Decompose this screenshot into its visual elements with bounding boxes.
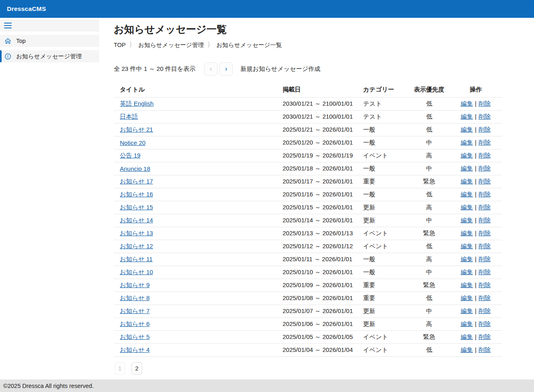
- notice-title-link[interactable]: お知らせ 12: [120, 243, 153, 249]
- notice-priority: 緊急: [409, 175, 449, 188]
- notice-title-link[interactable]: お知らせ 11: [120, 256, 153, 262]
- edit-link[interactable]: 編集: [461, 333, 473, 340]
- delete-link[interactable]: 削除: [479, 243, 491, 249]
- main-content: お知らせメッセージ一覧 TOP 〉 お知らせメッセージ管理 〉 お知らせメッセー…: [99, 18, 534, 379]
- notice-title-link[interactable]: お知らせ 8: [120, 294, 150, 301]
- breadcrumb-separator-icon: 〉: [207, 40, 213, 50]
- breadcrumb-item-top[interactable]: TOP: [114, 42, 126, 48]
- table-row: お知らせ 17 2025/01/17 ～ 2026/01/01 重要 緊急 編集…: [114, 175, 502, 188]
- link-separator: |: [475, 230, 477, 236]
- edit-link[interactable]: 編集: [461, 346, 473, 353]
- notice-title-link[interactable]: お知らせ 21: [120, 126, 153, 133]
- notice-title-link[interactable]: お知らせ 6: [120, 320, 150, 327]
- prev-page-button[interactable]: ‹: [204, 62, 217, 76]
- edit-link[interactable]: 編集: [461, 217, 473, 224]
- delete-link[interactable]: 削除: [479, 113, 491, 120]
- edit-link[interactable]: 編集: [461, 113, 473, 120]
- page-button-1[interactable]: 1: [115, 362, 125, 375]
- link-separator: |: [475, 307, 477, 314]
- notice-title-link[interactable]: 英語 English: [120, 100, 153, 107]
- delete-link[interactable]: 削除: [479, 346, 491, 353]
- table-row: Anuncio 18 2025/01/18 ～ 2026/01/01 一般 中 …: [114, 162, 502, 175]
- delete-link[interactable]: 削除: [479, 281, 491, 288]
- notice-title-link[interactable]: お知らせ 7: [120, 307, 150, 314]
- table-row: お知らせ 8 2025/01/08 ～ 2026/01/01 重要 低 編集|削…: [114, 292, 502, 305]
- table-row: Notice 20 2025/01/20 ～ 2026/01/01 一般 中 編…: [114, 136, 502, 149]
- delete-link[interactable]: 削除: [479, 320, 491, 327]
- edit-link[interactable]: 編集: [461, 139, 473, 146]
- notice-title-link[interactable]: お知らせ 13: [120, 230, 153, 236]
- sidebar-item-notice-management[interactable]: お知らせメッセージ管理: [0, 50, 99, 62]
- edit-link[interactable]: 編集: [461, 320, 473, 327]
- delete-link[interactable]: 削除: [479, 165, 491, 172]
- notice-period: 2025/01/06 ～ 2026/01/01: [283, 318, 363, 331]
- table-row: お知らせ 14 2025/01/14 ～ 2026/01/01 更新 中 編集|…: [114, 214, 502, 227]
- edit-link[interactable]: 編集: [461, 178, 473, 185]
- delete-link[interactable]: 削除: [479, 204, 491, 211]
- breadcrumb-item-notice-management[interactable]: お知らせメッセージ管理: [138, 41, 204, 49]
- link-separator: |: [475, 100, 477, 107]
- notice-title-link[interactable]: Notice 20: [120, 139, 145, 146]
- notice-title-link[interactable]: 日本語: [120, 113, 138, 120]
- delete-link[interactable]: 削除: [479, 256, 491, 262]
- notice-priority: 高: [409, 318, 449, 331]
- delete-link[interactable]: 削除: [479, 139, 491, 146]
- edit-link[interactable]: 編集: [461, 100, 473, 107]
- delete-link[interactable]: 削除: [479, 126, 491, 133]
- table-row: 公告 19 2025/01/19 ～ 2026/01/19 イベント 高 編集|…: [114, 149, 502, 162]
- sidebar-item-label: お知らせメッセージ管理: [16, 53, 82, 60]
- edit-link[interactable]: 編集: [461, 165, 473, 172]
- notice-title-link[interactable]: お知らせ 16: [120, 191, 153, 198]
- link-separator: |: [475, 256, 477, 262]
- notice-title-link[interactable]: お知らせ 15: [120, 204, 153, 211]
- notice-table: タイトル 掲載日 カテゴリー 表示優先度 操作 英語 English 2030/…: [114, 82, 502, 357]
- delete-link[interactable]: 削除: [479, 152, 491, 159]
- edit-link[interactable]: 編集: [461, 191, 473, 198]
- edit-link[interactable]: 編集: [461, 126, 473, 133]
- edit-link[interactable]: 編集: [461, 307, 473, 314]
- edit-link[interactable]: 編集: [461, 294, 473, 301]
- notice-title-link[interactable]: お知らせ 5: [120, 333, 150, 340]
- notice-title-link[interactable]: お知らせ 17: [120, 178, 153, 185]
- edit-link[interactable]: 編集: [461, 230, 473, 236]
- table-row: 日本語 2030/01/21 ～ 2100/01/01 テスト 低 編集|削除: [114, 111, 502, 124]
- notice-period: 2025/01/13 ～ 2026/01/13: [283, 227, 363, 240]
- notice-title-link[interactable]: お知らせ 4: [120, 346, 150, 353]
- sidebar-item-label: Top: [16, 38, 26, 44]
- notice-title-link[interactable]: お知らせ 14: [120, 217, 153, 224]
- delete-link[interactable]: 削除: [479, 333, 491, 340]
- edit-link[interactable]: 編集: [461, 204, 473, 211]
- link-separator: |: [475, 204, 477, 211]
- next-page-button[interactable]: ›: [219, 62, 233, 76]
- edit-link[interactable]: 編集: [461, 256, 473, 262]
- create-notice-link[interactable]: 新規お知らせメッセージ作成: [240, 65, 320, 73]
- notice-title-link[interactable]: 公告 19: [120, 152, 140, 159]
- notice-priority: 緊急: [409, 331, 449, 344]
- notice-priority: 中: [409, 136, 449, 149]
- delete-link[interactable]: 削除: [479, 217, 491, 224]
- notice-title-link[interactable]: お知らせ 9: [120, 281, 150, 288]
- delete-link[interactable]: 削除: [479, 307, 491, 314]
- notice-category: イベント: [363, 227, 409, 240]
- delete-link[interactable]: 削除: [479, 100, 491, 107]
- edit-link[interactable]: 編集: [461, 268, 473, 275]
- sidebar-item-top[interactable]: Top: [0, 35, 99, 47]
- delete-link[interactable]: 削除: [479, 268, 491, 275]
- sidebar-toggle-button[interactable]: [0, 19, 99, 32]
- notice-period: 2025/01/10 ～ 2026/01/01: [283, 266, 363, 279]
- page-button-2[interactable]: 2: [132, 362, 142, 375]
- notice-priority: 高: [409, 149, 449, 162]
- delete-link[interactable]: 削除: [479, 178, 491, 185]
- delete-link[interactable]: 削除: [479, 191, 491, 198]
- notice-period: 2025/01/15 ～ 2026/01/01: [283, 201, 363, 214]
- delete-link[interactable]: 削除: [479, 230, 491, 236]
- notice-category: 重要: [363, 279, 409, 292]
- app-logo[interactable]: DresscaCMS: [7, 5, 46, 13]
- edit-link[interactable]: 編集: [461, 281, 473, 288]
- notice-title-link[interactable]: Anuncio 18: [120, 165, 150, 172]
- edit-link[interactable]: 編集: [461, 152, 473, 159]
- chevron-left-icon: ‹: [209, 66, 212, 72]
- edit-link[interactable]: 編集: [461, 243, 473, 249]
- notice-title-link[interactable]: お知らせ 10: [120, 268, 153, 275]
- delete-link[interactable]: 削除: [479, 294, 491, 301]
